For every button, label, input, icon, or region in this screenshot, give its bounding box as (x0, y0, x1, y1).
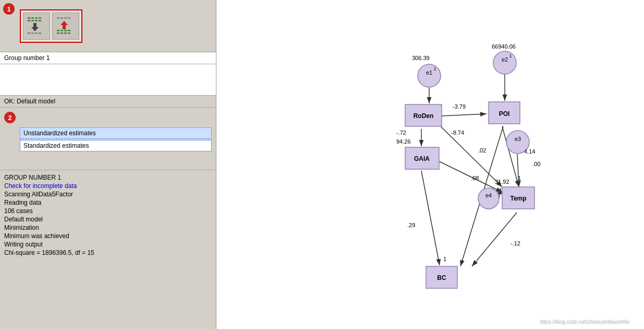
label-66940: 66940.06 (492, 43, 516, 50)
watermark: https://blog.csdn.net/zhebushibiaoshifu (540, 319, 629, 325)
log-scanning: Scanning AllData5Factor (4, 190, 212, 198)
log-area: GROUP NUMBER 1 Check for incomplete data… (0, 170, 216, 329)
log-default-model: Default model (4, 215, 212, 224)
group-number-label: Group number 1 (4, 54, 50, 62)
svg-rect-16 (68, 17, 70, 19)
toolbar-button-group (20, 9, 82, 43)
svg-line-37 (472, 213, 517, 266)
e1-node[interactable] (418, 64, 441, 87)
svg-rect-20 (64, 32, 67, 34)
label-neg12: -.12 (511, 240, 520, 246)
toolbar-area: 1 (0, 0, 216, 52)
svg-rect-6 (35, 20, 38, 21)
step2-badge: 2 (4, 112, 16, 123)
svg-rect-7 (39, 20, 41, 21)
step2-header: 2 (4, 112, 212, 123)
svg-line-34 (438, 161, 502, 192)
label-02: .02 (478, 147, 486, 154)
svg-rect-10 (31, 32, 34, 34)
ok-default-row: OK: Default model (0, 96, 216, 108)
svg-rect-19 (60, 32, 63, 34)
svg-text:POI: POI (499, 110, 510, 118)
log-group-number: GROUP NUMBER 1 (4, 173, 212, 182)
diagram-svg: e1 1 e2 1 RoDen POI e3 GAIA e4 Temp (216, 0, 644, 329)
svg-rect-5 (31, 20, 34, 21)
step2-area: 2 Unstandardized estimates Standardized … (0, 108, 216, 170)
log-chi-square: Chi-square = 1896396.5, df = 15 (4, 249, 212, 257)
label-306: 306.39 (412, 55, 430, 61)
export-data-button[interactable] (52, 13, 79, 40)
svg-rect-24 (64, 30, 67, 31)
svg-rect-23 (60, 30, 63, 31)
svg-text:1: 1 (433, 66, 436, 72)
step1-badge: 1 (3, 3, 15, 15)
log-writing-output: Writing output (4, 240, 212, 249)
svg-rect-18 (57, 32, 59, 34)
svg-rect-22 (57, 30, 59, 31)
label-414: 4.14 (524, 148, 535, 155)
right-panel: e1 1 e2 1 RoDen POI e3 GAIA e4 Temp (216, 0, 644, 329)
svg-text:BC: BC (437, 274, 446, 281)
svg-line-29 (442, 114, 487, 116)
svg-rect-0 (28, 17, 30, 19)
ok-default-label: OK: Default model (4, 98, 55, 105)
svg-rect-21 (68, 32, 70, 34)
svg-text:RoDen: RoDen (414, 112, 434, 120)
label-one: 1 (443, 256, 446, 262)
label-29: .29 (407, 222, 415, 228)
svg-rect-11 (35, 32, 38, 34)
white-area (0, 64, 216, 96)
svg-marker-8 (31, 23, 39, 31)
svg-text:e4: e4 (485, 192, 492, 198)
svg-rect-14 (60, 17, 63, 19)
svg-line-36 (421, 171, 440, 265)
svg-text:e3: e3 (515, 136, 521, 142)
label-9426: 94.26 (396, 138, 411, 145)
label-neg874: -8.74 (451, 130, 464, 136)
svg-rect-3 (39, 17, 41, 19)
label-neg72: -.72 (396, 130, 406, 136)
estimates-list: Unstandardized estimates Standardized es… (20, 127, 212, 151)
svg-rect-13 (57, 17, 59, 19)
log-check-incomplete[interactable]: Check for incomplete data (4, 182, 212, 190)
label-neg379: -3.79 (453, 103, 466, 110)
svg-text:1: 1 (509, 53, 512, 58)
log-cases: 106 cases (4, 207, 212, 215)
standardized-estimates-item[interactable]: Standardized estimates (20, 140, 212, 151)
svg-rect-1 (31, 17, 34, 19)
log-minimum-achieved: Minimum was achieved (4, 232, 212, 240)
import-data-button[interactable] (23, 13, 50, 40)
svg-text:e1: e1 (426, 69, 432, 76)
label-3192: 31.92 (495, 179, 509, 185)
svg-rect-12 (39, 32, 41, 34)
unstandardized-estimates-item[interactable]: Unstandardized estimates (20, 127, 212, 139)
svg-text:e2: e2 (502, 56, 508, 63)
e2-node[interactable] (493, 51, 516, 74)
e4-node[interactable] (478, 188, 499, 209)
log-reading-data: Reading data (4, 198, 212, 207)
label-08: .08 (471, 175, 479, 181)
svg-marker-17 (60, 21, 68, 29)
svg-text:Temp: Temp (510, 195, 526, 202)
svg-rect-4 (28, 20, 30, 21)
group-number-row: Group number 1 (0, 52, 216, 64)
left-panel: 1 (0, 0, 216, 329)
label-1: .1 (516, 175, 521, 181)
diagram-area: e1 1 e2 1 RoDen POI e3 GAIA e4 Temp (216, 0, 644, 329)
svg-rect-25 (68, 30, 70, 31)
svg-rect-9 (28, 32, 30, 34)
svg-rect-2 (35, 17, 38, 19)
svg-rect-15 (64, 17, 67, 19)
svg-text:GAIA: GAIA (414, 155, 430, 162)
log-minimization: Minimization (4, 224, 212, 232)
label-00: .00 (532, 161, 540, 167)
